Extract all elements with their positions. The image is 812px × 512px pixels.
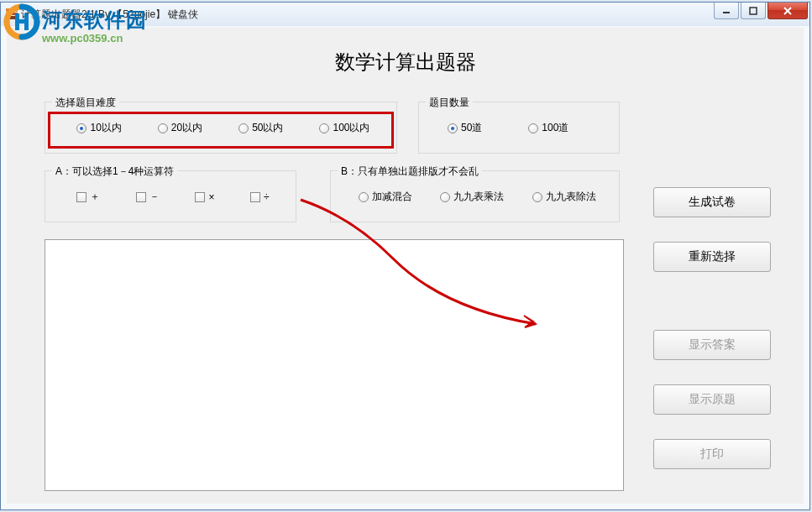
- reset-button[interactable]: 重新选择: [653, 242, 771, 272]
- difficulty-radio-20[interactable]: 20以内: [158, 121, 202, 135]
- count-options: 50道 100道: [432, 121, 610, 135]
- count-group: 题目数量 50道 100道: [418, 102, 620, 154]
- special-radio-div99[interactable]: 九九表除法: [532, 190, 596, 204]
- operator-check-minus[interactable]: －: [136, 190, 160, 204]
- checkbox-icon: [136, 192, 146, 202]
- difficulty-radio-50[interactable]: 50以内: [238, 121, 283, 135]
- window-frame: 计算题出题器2.1 By 【52pojie】 键盘侠 数学计算出题器 选择题目难…: [0, 2, 810, 510]
- count-radio-50[interactable]: 50道: [448, 121, 482, 135]
- radio-icon: [448, 123, 458, 133]
- radio-icon: [359, 192, 369, 202]
- radio-icon: [76, 123, 86, 133]
- operator-check-divide[interactable]: ÷: [250, 191, 270, 203]
- watermark-site-name: 河东软件园: [42, 7, 147, 34]
- page-title: 数学计算出题器: [7, 28, 804, 84]
- operators-group: A：可以选择1－4种运算符 ＋ － × ÷: [45, 170, 296, 222]
- operators-legend: A：可以选择1－4种运算符: [52, 165, 177, 179]
- show-answer-button[interactable]: 显示答案: [653, 330, 771, 360]
- generate-button[interactable]: 生成试卷: [653, 187, 771, 217]
- radio-icon: [528, 123, 538, 133]
- svg-rect-1: [750, 8, 757, 14]
- watermark-logo-icon: [0, 0, 44, 44]
- minimize-icon: [722, 7, 731, 15]
- special-group: B：只有单独出题排版才不会乱 加减混合 九九表乘法 九九表除法: [330, 170, 620, 222]
- print-button[interactable]: 打印: [653, 439, 771, 469]
- special-radio-mix[interactable]: 加减混合: [359, 190, 412, 204]
- checkbox-icon: [250, 192, 260, 202]
- count-radio-100[interactable]: 100道: [528, 121, 568, 135]
- window-controls: [714, 3, 808, 19]
- radio-icon: [440, 192, 450, 202]
- difficulty-options: 10以内 20以内 50以内 100以内: [59, 121, 388, 135]
- minimize-button[interactable]: [714, 3, 739, 19]
- special-options: 加减混合 九九表乘法 九九表除法: [344, 190, 610, 204]
- difficulty-group: 选择题目难度 10以内 20以内 50以内 100以内: [45, 102, 397, 154]
- operator-check-plus[interactable]: ＋: [76, 190, 100, 204]
- close-icon: [783, 7, 793, 15]
- operators-options: ＋ － × ÷: [59, 190, 287, 204]
- maximize-button[interactable]: [741, 3, 766, 19]
- difficulty-radio-10[interactable]: 10以内: [76, 121, 121, 135]
- operator-check-multiply[interactable]: ×: [195, 191, 214, 203]
- radio-icon: [158, 123, 168, 133]
- output-textarea[interactable]: [45, 239, 624, 491]
- client-area: 数学计算出题器 选择题目难度 10以内 20以内 50以内 100以内 题目数量…: [7, 28, 804, 504]
- watermark-url: www.pc0359.cn: [42, 32, 123, 44]
- radio-icon: [319, 123, 329, 133]
- special-radio-mul99[interactable]: 九九表乘法: [440, 190, 504, 204]
- radio-icon: [238, 123, 249, 133]
- difficulty-radio-100[interactable]: 100以内: [319, 121, 369, 135]
- special-legend: B：只有单独出题排版才不会乱: [338, 165, 482, 179]
- radio-icon: [532, 192, 542, 202]
- maximize-icon: [749, 7, 757, 15]
- show-origin-button[interactable]: 显示原题: [653, 384, 771, 415]
- close-button[interactable]: [767, 3, 808, 19]
- count-legend: 题目数量: [426, 96, 473, 110]
- difficulty-legend: 选择题目难度: [52, 96, 119, 110]
- checkbox-icon: [195, 192, 205, 202]
- checkbox-icon: [76, 192, 86, 202]
- svg-rect-6: [15, 19, 29, 24]
